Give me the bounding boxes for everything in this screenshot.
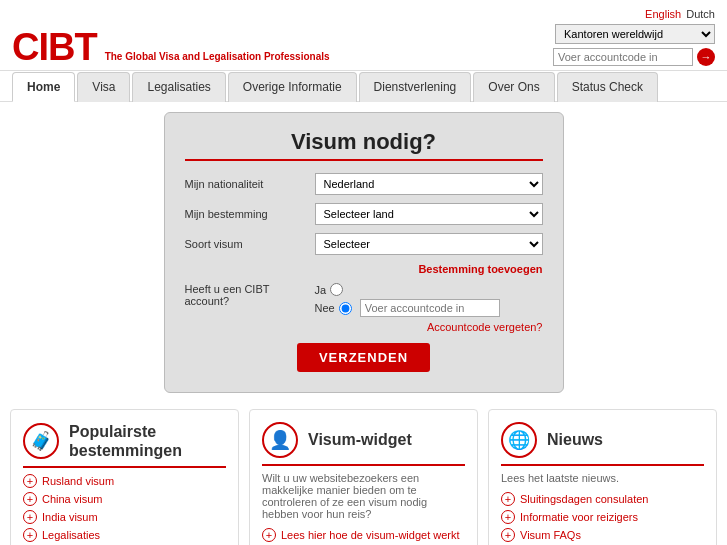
navigation: Home Visa Legalisaties Overige Informati…: [0, 71, 727, 102]
widget-card: 👤 Visum-widget Wilt u uw websitebezoeker…: [249, 409, 478, 545]
widget-description: Wilt u uw websitebezoekers een makkelijk…: [262, 472, 465, 520]
offices-select-wrap: Kantoren wereldwijd: [555, 24, 715, 44]
header: English Dutch CIBT The Global Visa and L…: [0, 0, 727, 71]
nationality-select[interactable]: Nederland: [315, 173, 543, 195]
nieuws-plus-icon-1: +: [501, 492, 515, 506]
account-row: Heeft u een CIBT account? Ja Nee: [185, 283, 543, 317]
visa-type-select[interactable]: Selecteer: [315, 233, 543, 255]
logo: CIBT The Global Visa and Legalisation Pr…: [12, 28, 330, 66]
nieuws-plus-icon-2: +: [501, 510, 515, 524]
widget-icon: 👤: [262, 422, 298, 458]
tab-visa[interactable]: Visa: [77, 72, 130, 102]
yes-label: Ja: [315, 284, 327, 296]
nationality-row: Mijn nationaliteit Nederland: [185, 173, 543, 195]
populaire-title: Populairste bestemmingen: [69, 422, 226, 460]
logo-text: CIBT: [12, 28, 97, 66]
visa-type-row: Soort visum Selecteer: [185, 233, 543, 255]
populaire-link-1[interactable]: + Rusland visum: [23, 474, 226, 488]
tab-overige-informatie[interactable]: Overige Informatie: [228, 72, 357, 102]
widget-title: Visum-widget: [308, 430, 412, 449]
add-destination-link[interactable]: Bestemming toevoegen: [185, 263, 543, 275]
header-go-button[interactable]: →: [697, 48, 715, 66]
no-radio-row: Nee: [315, 299, 500, 317]
submit-button[interactable]: VERZENDEN: [297, 343, 430, 372]
nieuws-link-2[interactable]: + Informatie voor reizigers: [501, 510, 704, 524]
nieuws-link-1[interactable]: + Sluitingsdagen consulaten: [501, 492, 704, 506]
tab-status-check[interactable]: Status Check: [557, 72, 658, 102]
logo-tagline: The Global Visa and Legalisation Profess…: [105, 51, 330, 66]
destination-select[interactable]: Selecteer land: [315, 203, 543, 225]
bottom-sections: 🧳 Populairste bestemmingen + Rusland vis…: [10, 409, 717, 545]
tab-home[interactable]: Home: [12, 72, 75, 102]
destination-label: Mijn bestemming: [185, 208, 315, 220]
nieuws-plus-icon-3: +: [501, 528, 515, 542]
header-account-input[interactable]: [553, 48, 693, 66]
nieuws-subtitle: Lees het laatste nieuws.: [501, 472, 704, 484]
offices-select[interactable]: Kantoren wereldwijd: [555, 24, 715, 44]
plus-icon-4: +: [23, 528, 37, 542]
populaire-link-4[interactable]: + Legalisaties: [23, 528, 226, 542]
language-bar: English Dutch: [12, 8, 715, 20]
visa-form-title: Visum nodig?: [185, 129, 543, 155]
populaire-header: 🧳 Populairste bestemmingen: [23, 422, 226, 468]
plus-icon-1: +: [23, 474, 37, 488]
main-content: Visum nodig? Mijn nationaliteit Nederlan…: [0, 102, 727, 545]
tab-dienstverlening[interactable]: Dienstverlening: [359, 72, 472, 102]
logo-area: CIBT The Global Visa and Legalisation Pr…: [12, 24, 715, 66]
nieuws-title: Nieuws: [547, 430, 603, 449]
populaire-card: 🧳 Populairste bestemmingen + Rusland vis…: [10, 409, 239, 545]
no-radio[interactable]: [339, 302, 352, 315]
populaire-link-3[interactable]: + India visum: [23, 510, 226, 524]
nieuws-link-3[interactable]: + Visum FAQs: [501, 528, 704, 542]
visa-type-label: Soort visum: [185, 238, 315, 250]
account-input-wrap: →: [553, 48, 715, 66]
tab-legalisaties[interactable]: Legalisaties: [132, 72, 225, 102]
destination-row: Mijn bestemming Selecteer land: [185, 203, 543, 225]
account-code-input[interactable]: [360, 299, 500, 317]
populaire-link-2[interactable]: + China visum: [23, 492, 226, 506]
header-controls: Kantoren wereldwijd →: [553, 24, 715, 66]
form-divider: [185, 159, 543, 161]
plus-icon-3: +: [23, 510, 37, 524]
plus-icon-2: +: [23, 492, 37, 506]
nationality-label: Mijn nationaliteit: [185, 178, 315, 190]
account-options: Ja Nee: [315, 283, 500, 317]
yes-radio[interactable]: [330, 283, 343, 296]
account-question-label: Heeft u een CIBT account?: [185, 283, 315, 307]
nieuws-header: 🌐 Nieuws: [501, 422, 704, 466]
widget-plus-icon-1: +: [262, 528, 276, 542]
nieuws-icon: 🌐: [501, 422, 537, 458]
forgot-account-link[interactable]: Accountcode vergeten?: [185, 321, 543, 333]
dutch-label: Dutch: [686, 8, 715, 20]
nieuws-card: 🌐 Nieuws Lees het laatste nieuws. + Slui…: [488, 409, 717, 545]
tab-over-ons[interactable]: Over Ons: [473, 72, 554, 102]
visa-form-section: Visum nodig? Mijn nationaliteit Nederlan…: [164, 112, 564, 393]
yes-radio-row: Ja: [315, 283, 500, 296]
populaire-icon: 🧳: [23, 423, 59, 459]
english-link[interactable]: English: [645, 8, 681, 20]
widget-link-1[interactable]: + Lees hier hoe de visum-widget werkt: [262, 528, 465, 542]
widget-header: 👤 Visum-widget: [262, 422, 465, 466]
no-label: Nee: [315, 302, 335, 314]
